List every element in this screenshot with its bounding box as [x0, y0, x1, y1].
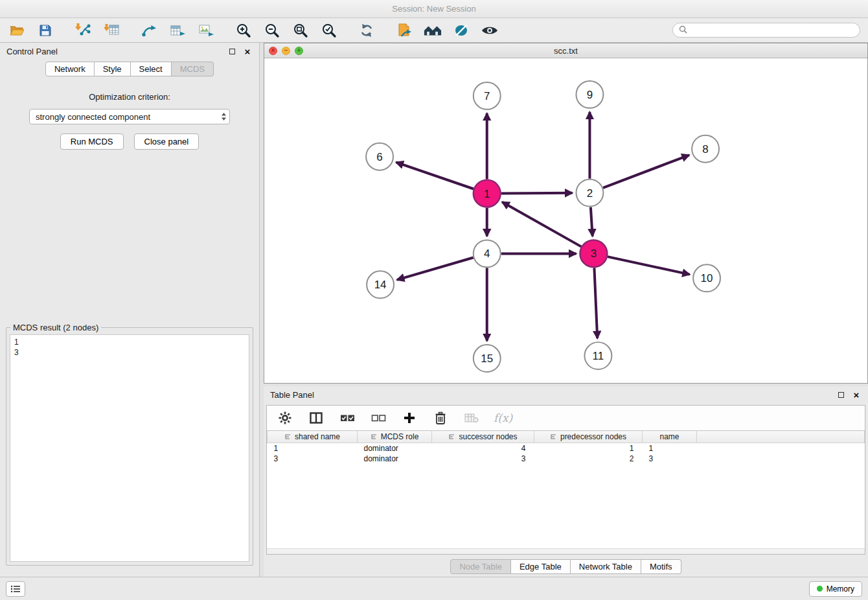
graph-edge-2-8[interactable]: [603, 155, 689, 187]
cell-successor-nodes[interactable]: 4: [432, 443, 534, 454]
tab-edge-table[interactable]: Edge Table: [511, 559, 571, 574]
column-header-empty: [697, 431, 865, 443]
search-input[interactable]: [691, 26, 854, 35]
graph-node-label-7: 7: [484, 90, 490, 102]
graph-edge-1-2[interactable]: [501, 193, 573, 194]
table-horizontal-scrollbar[interactable]: [267, 548, 865, 554]
tab-node-table[interactable]: Node Table: [450, 559, 511, 574]
deselect-all-icon[interactable]: [369, 409, 387, 427]
zoom-in-icon[interactable]: [234, 21, 253, 40]
export-image-icon[interactable]: [197, 21, 215, 40]
network-canvas[interactable]: 7968124314101511: [264, 58, 867, 383]
column-header-predecessor-nodes[interactable]: predecessor nodes: [534, 431, 643, 443]
toolbar-group-view: [395, 21, 499, 40]
tab-style[interactable]: Style: [95, 62, 131, 76]
gear-icon[interactable]: [276, 409, 294, 427]
task-history-icon[interactable]: [6, 581, 25, 597]
close-panel-button[interactable]: Close panel: [134, 133, 200, 150]
tab-select[interactable]: Select: [131, 62, 172, 76]
toolbar-group-import: [74, 21, 120, 40]
graph-edge-4-14[interactable]: [397, 257, 474, 279]
zoom-out-icon[interactable]: [263, 21, 281, 40]
table-panel-title: Table Panel: [270, 390, 314, 400]
style-details-icon[interactable]: [452, 21, 470, 40]
cell-successor-nodes[interactable]: 3: [432, 454, 534, 464]
magnifier-icon: [679, 25, 687, 36]
table-row[interactable]: 3 dominator 3 2 3: [268, 454, 865, 464]
graph-edge-2-3[interactable]: [591, 207, 593, 237]
float-panel-icon[interactable]: [227, 47, 237, 57]
table-empty-area: [267, 464, 865, 549]
home-icon[interactable]: [424, 21, 442, 40]
tab-network[interactable]: Network: [45, 62, 95, 76]
first-neighbors-icon[interactable]: [395, 21, 413, 40]
graph-edge-3-1[interactable]: [502, 202, 581, 247]
maximize-window-icon[interactable]: +: [295, 47, 303, 55]
status-bar: Memory: [0, 577, 868, 600]
cell-name[interactable]: 1: [643, 443, 697, 454]
mcds-result-value: 1: [14, 337, 245, 347]
window-controls: × − +: [269, 47, 303, 55]
float-table-panel-icon[interactable]: [836, 390, 846, 400]
tab-motifs[interactable]: Motifs: [641, 559, 681, 574]
zoom-fit-icon[interactable]: [291, 21, 310, 40]
application-window: Session: New Session: [0, 0, 868, 600]
cell-predecessor-nodes[interactable]: 2: [534, 454, 643, 464]
apply-layout-icon[interactable]: [358, 21, 376, 40]
trash-icon[interactable]: [431, 409, 450, 427]
node-table: shared name MCDS role successor nodes pr…: [267, 430, 865, 464]
criterion-dropdown-value: strongly connected component: [36, 112, 150, 122]
eye-icon[interactable]: [481, 21, 499, 40]
network-window-titlebar: scc.txt × − +: [264, 43, 867, 58]
column-header-shared-name[interactable]: shared name: [268, 431, 358, 443]
cell-predecessor-nodes[interactable]: 1: [534, 443, 643, 454]
close-window-icon[interactable]: ×: [269, 47, 277, 55]
main-toolbar: [0, 18, 868, 43]
cell-name[interactable]: 3: [643, 454, 697, 464]
mcds-tab-content: Optimization criterion: strongly connect…: [0, 76, 259, 577]
graph-node-label-4: 4: [484, 248, 490, 260]
run-mcds-button[interactable]: Run MCDS: [60, 133, 124, 150]
new-network-icon[interactable]: [140, 21, 158, 40]
table-header-row: shared name MCDS role successor nodes pr…: [268, 431, 865, 443]
minimize-window-icon[interactable]: −: [282, 47, 290, 55]
add-icon[interactable]: [400, 409, 418, 427]
control-panel: Control Panel × Network Style Select MCD…: [0, 43, 260, 577]
tab-network-table[interactable]: Network Table: [571, 559, 641, 574]
import-network-icon[interactable]: [74, 21, 92, 40]
columns-icon[interactable]: [307, 409, 325, 427]
export-table-icon[interactable]: [168, 21, 187, 40]
graph-edge-3-11[interactable]: [594, 268, 597, 338]
select-all-icon[interactable]: [338, 409, 356, 427]
graph-edge-3-10[interactable]: [608, 257, 690, 275]
search-box[interactable]: [672, 23, 860, 38]
graph-node-label-8: 8: [702, 143, 708, 156]
close-panel-icon[interactable]: ×: [242, 47, 253, 57]
cell-mcds-role[interactable]: dominator: [358, 443, 432, 454]
memory-label: Memory: [827, 584, 854, 594]
cell-shared-name[interactable]: 1: [268, 443, 358, 454]
cell-mcds-role[interactable]: dominator: [358, 454, 432, 464]
import-table-icon[interactable]: [102, 21, 120, 40]
tab-mcds[interactable]: MCDS: [172, 62, 214, 76]
memory-button[interactable]: Memory: [809, 581, 862, 597]
toolbar-group-network: [140, 21, 215, 40]
save-session-icon[interactable]: [36, 21, 54, 40]
control-panel-header: Control Panel ×: [0, 43, 259, 60]
toolbar-group-layout: [358, 21, 376, 40]
table-row[interactable]: 1 dominator 4 1 1: [268, 443, 865, 454]
graph-edge-1-6[interactable]: [396, 162, 474, 189]
graph-node-label-11: 11: [593, 350, 604, 362]
column-header-mcds-role[interactable]: MCDS role: [358, 431, 432, 443]
window-title: Session: New Session: [392, 4, 475, 14]
column-header-successor-nodes[interactable]: successor nodes: [432, 431, 534, 443]
mcds-result-box[interactable]: 1 3: [10, 334, 249, 562]
close-table-panel-icon[interactable]: ×: [851, 390, 862, 400]
window-titlebar: Session: New Session: [0, 0, 868, 18]
open-file-icon[interactable]: [8, 21, 26, 40]
graph-node-label-9: 9: [587, 89, 593, 101]
cell-shared-name[interactable]: 3: [268, 454, 358, 464]
criterion-dropdown[interactable]: strongly connected component: [29, 109, 230, 124]
zoom-selected-icon[interactable]: [320, 21, 338, 40]
column-header-name[interactable]: name: [643, 431, 697, 443]
